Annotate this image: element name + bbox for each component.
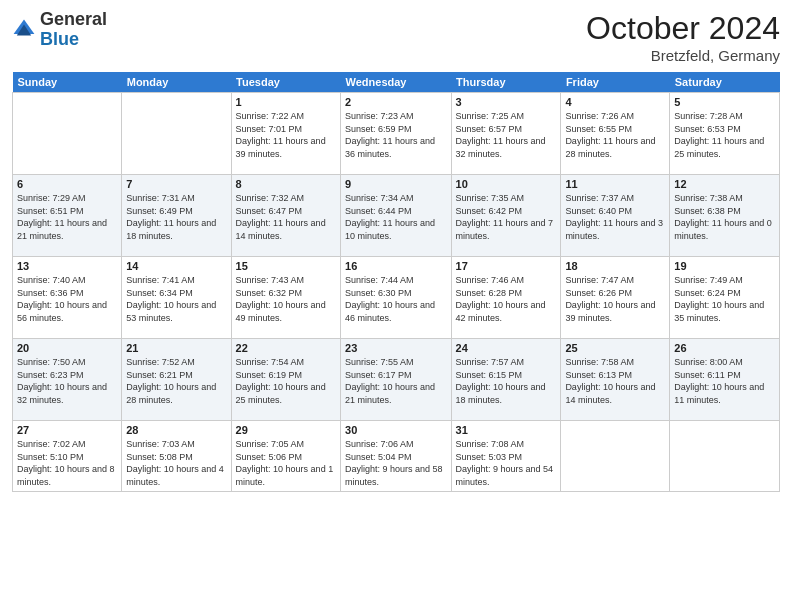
- table-row: [122, 93, 231, 175]
- col-monday: Monday: [122, 72, 231, 93]
- table-row: 4Sunrise: 7:26 AMSunset: 6:55 PMDaylight…: [561, 93, 670, 175]
- day-info: Sunrise: 7:34 AMSunset: 6:44 PMDaylight:…: [345, 192, 447, 242]
- day-info: Sunrise: 7:54 AMSunset: 6:19 PMDaylight:…: [236, 356, 336, 406]
- day-info: Sunrise: 7:35 AMSunset: 6:42 PMDaylight:…: [456, 192, 557, 242]
- logo-text: General Blue: [40, 10, 107, 50]
- day-info: Sunrise: 7:06 AMSunset: 5:04 PMDaylight:…: [345, 438, 447, 488]
- day-number: 6: [17, 178, 117, 190]
- table-row: 16Sunrise: 7:44 AMSunset: 6:30 PMDayligh…: [341, 257, 452, 339]
- day-info: Sunrise: 8:00 AMSunset: 6:11 PMDaylight:…: [674, 356, 775, 406]
- table-row: 26Sunrise: 8:00 AMSunset: 6:11 PMDayligh…: [670, 339, 780, 421]
- day-info: Sunrise: 7:32 AMSunset: 6:47 PMDaylight:…: [236, 192, 336, 242]
- day-info: Sunrise: 7:49 AMSunset: 6:24 PMDaylight:…: [674, 274, 775, 324]
- day-number: 9: [345, 178, 447, 190]
- day-number: 13: [17, 260, 117, 272]
- table-row: 14Sunrise: 7:41 AMSunset: 6:34 PMDayligh…: [122, 257, 231, 339]
- calendar-week-4: 20Sunrise: 7:50 AMSunset: 6:23 PMDayligh…: [13, 339, 780, 421]
- day-info: Sunrise: 7:03 AMSunset: 5:08 PMDaylight:…: [126, 438, 226, 488]
- day-number: 1: [236, 96, 336, 108]
- table-row: 19Sunrise: 7:49 AMSunset: 6:24 PMDayligh…: [670, 257, 780, 339]
- day-info: Sunrise: 7:37 AMSunset: 6:40 PMDaylight:…: [565, 192, 665, 242]
- day-info: Sunrise: 7:25 AMSunset: 6:57 PMDaylight:…: [456, 110, 557, 160]
- calendar: Sunday Monday Tuesday Wednesday Thursday…: [12, 72, 780, 492]
- table-row: 21Sunrise: 7:52 AMSunset: 6:21 PMDayligh…: [122, 339, 231, 421]
- location: Bretzfeld, Germany: [586, 47, 780, 64]
- day-number: 25: [565, 342, 665, 354]
- table-row: 2Sunrise: 7:23 AMSunset: 6:59 PMDaylight…: [341, 93, 452, 175]
- day-info: Sunrise: 7:43 AMSunset: 6:32 PMDaylight:…: [236, 274, 336, 324]
- day-info: Sunrise: 7:08 AMSunset: 5:03 PMDaylight:…: [456, 438, 557, 488]
- calendar-week-3: 13Sunrise: 7:40 AMSunset: 6:36 PMDayligh…: [13, 257, 780, 339]
- day-info: Sunrise: 7:05 AMSunset: 5:06 PMDaylight:…: [236, 438, 336, 488]
- col-friday: Friday: [561, 72, 670, 93]
- day-info: Sunrise: 7:44 AMSunset: 6:30 PMDaylight:…: [345, 274, 447, 324]
- day-number: 3: [456, 96, 557, 108]
- col-saturday: Saturday: [670, 72, 780, 93]
- day-info: Sunrise: 7:28 AMSunset: 6:53 PMDaylight:…: [674, 110, 775, 160]
- day-info: Sunrise: 7:47 AMSunset: 6:26 PMDaylight:…: [565, 274, 665, 324]
- day-info: Sunrise: 7:40 AMSunset: 6:36 PMDaylight:…: [17, 274, 117, 324]
- table-row: 15Sunrise: 7:43 AMSunset: 6:32 PMDayligh…: [231, 257, 340, 339]
- day-info: Sunrise: 7:58 AMSunset: 6:13 PMDaylight:…: [565, 356, 665, 406]
- day-number: 20: [17, 342, 117, 354]
- day-number: 21: [126, 342, 226, 354]
- day-info: Sunrise: 7:02 AMSunset: 5:10 PMDaylight:…: [17, 438, 117, 488]
- day-number: 10: [456, 178, 557, 190]
- table-row: 6Sunrise: 7:29 AMSunset: 6:51 PMDaylight…: [13, 175, 122, 257]
- table-row: 12Sunrise: 7:38 AMSunset: 6:38 PMDayligh…: [670, 175, 780, 257]
- day-info: Sunrise: 7:38 AMSunset: 6:38 PMDaylight:…: [674, 192, 775, 242]
- day-number: 8: [236, 178, 336, 190]
- day-number: 14: [126, 260, 226, 272]
- table-row: 27Sunrise: 7:02 AMSunset: 5:10 PMDayligh…: [13, 421, 122, 492]
- table-row: 8Sunrise: 7:32 AMSunset: 6:47 PMDaylight…: [231, 175, 340, 257]
- table-row: 7Sunrise: 7:31 AMSunset: 6:49 PMDaylight…: [122, 175, 231, 257]
- table-row: 22Sunrise: 7:54 AMSunset: 6:19 PMDayligh…: [231, 339, 340, 421]
- col-thursday: Thursday: [451, 72, 561, 93]
- day-number: 23: [345, 342, 447, 354]
- day-info: Sunrise: 7:46 AMSunset: 6:28 PMDaylight:…: [456, 274, 557, 324]
- day-info: Sunrise: 7:50 AMSunset: 6:23 PMDaylight:…: [17, 356, 117, 406]
- table-row: 25Sunrise: 7:58 AMSunset: 6:13 PMDayligh…: [561, 339, 670, 421]
- table-row: 30Sunrise: 7:06 AMSunset: 5:04 PMDayligh…: [341, 421, 452, 492]
- day-info: Sunrise: 7:31 AMSunset: 6:49 PMDaylight:…: [126, 192, 226, 242]
- table-row: 29Sunrise: 7:05 AMSunset: 5:06 PMDayligh…: [231, 421, 340, 492]
- day-number: 28: [126, 424, 226, 436]
- table-row: 17Sunrise: 7:46 AMSunset: 6:28 PMDayligh…: [451, 257, 561, 339]
- day-number: 4: [565, 96, 665, 108]
- day-info: Sunrise: 7:57 AMSunset: 6:15 PMDaylight:…: [456, 356, 557, 406]
- table-row: [561, 421, 670, 492]
- table-row: 10Sunrise: 7:35 AMSunset: 6:42 PMDayligh…: [451, 175, 561, 257]
- day-number: 11: [565, 178, 665, 190]
- table-row: 1Sunrise: 7:22 AMSunset: 7:01 PMDaylight…: [231, 93, 340, 175]
- col-wednesday: Wednesday: [341, 72, 452, 93]
- title-block: October 2024 Bretzfeld, Germany: [586, 10, 780, 64]
- day-number: 15: [236, 260, 336, 272]
- logo: General Blue: [12, 10, 107, 50]
- day-info: Sunrise: 7:26 AMSunset: 6:55 PMDaylight:…: [565, 110, 665, 160]
- day-number: 17: [456, 260, 557, 272]
- table-row: 24Sunrise: 7:57 AMSunset: 6:15 PMDayligh…: [451, 339, 561, 421]
- day-info: Sunrise: 7:52 AMSunset: 6:21 PMDaylight:…: [126, 356, 226, 406]
- day-number: 18: [565, 260, 665, 272]
- day-number: 19: [674, 260, 775, 272]
- col-sunday: Sunday: [13, 72, 122, 93]
- day-info: Sunrise: 7:22 AMSunset: 7:01 PMDaylight:…: [236, 110, 336, 160]
- day-info: Sunrise: 7:41 AMSunset: 6:34 PMDaylight:…: [126, 274, 226, 324]
- table-row: 18Sunrise: 7:47 AMSunset: 6:26 PMDayligh…: [561, 257, 670, 339]
- day-number: 12: [674, 178, 775, 190]
- day-number: 22: [236, 342, 336, 354]
- day-info: Sunrise: 7:55 AMSunset: 6:17 PMDaylight:…: [345, 356, 447, 406]
- table-row: 3Sunrise: 7:25 AMSunset: 6:57 PMDaylight…: [451, 93, 561, 175]
- day-number: 30: [345, 424, 447, 436]
- month-title: October 2024: [586, 10, 780, 47]
- table-row: 13Sunrise: 7:40 AMSunset: 6:36 PMDayligh…: [13, 257, 122, 339]
- table-row: [13, 93, 122, 175]
- table-row: 9Sunrise: 7:34 AMSunset: 6:44 PMDaylight…: [341, 175, 452, 257]
- table-row: 23Sunrise: 7:55 AMSunset: 6:17 PMDayligh…: [341, 339, 452, 421]
- logo-icon: [12, 18, 36, 42]
- table-row: 28Sunrise: 7:03 AMSunset: 5:08 PMDayligh…: [122, 421, 231, 492]
- calendar-week-2: 6Sunrise: 7:29 AMSunset: 6:51 PMDaylight…: [13, 175, 780, 257]
- day-number: 27: [17, 424, 117, 436]
- day-number: 24: [456, 342, 557, 354]
- calendar-header-row: Sunday Monday Tuesday Wednesday Thursday…: [13, 72, 780, 93]
